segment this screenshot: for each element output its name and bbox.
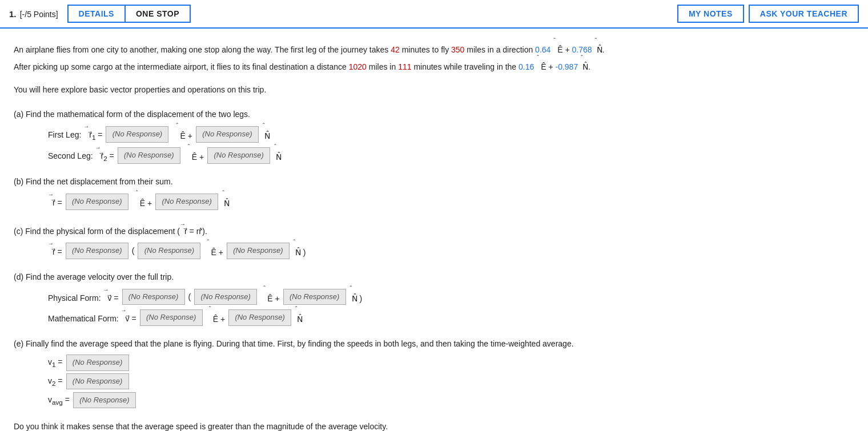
part-a-first-leg-label: First Leg: r⃗1 = <box>48 125 102 144</box>
part-e-section: (e) Finally find the average speed that … <box>14 337 854 409</box>
part-a-r1-north-input[interactable]: (No Response) <box>196 126 259 143</box>
part-b-north-input[interactable]: (No Response) <box>155 194 218 210</box>
q-number: 1. <box>9 9 17 19</box>
part-e-vavg-input[interactable]: (No Response) <box>73 392 136 409</box>
part-a-r1-east-input[interactable]: (No Response) <box>106 126 168 143</box>
part-c-r-label: r⃗ = <box>48 242 62 260</box>
part-d-math-e-hat: Ê + <box>206 308 225 327</box>
details-tab[interactable]: DETAILS <box>67 5 124 23</box>
intro-period-1: . <box>602 45 605 54</box>
main-content: An airplane flies from one city to anoth… <box>0 29 868 431</box>
intro-text-8: miles in <box>367 62 398 71</box>
part-c-r-input[interactable]: (No Response) <box>66 243 128 259</box>
part-a-section: (a) Find the mathematical form of the di… <box>14 108 854 165</box>
part-c-label: (c) Find the physical form of the displa… <box>14 221 854 239</box>
part-a-r1-e-hat: Ê + <box>172 125 192 144</box>
intro-text-2: minutes to fly <box>400 45 451 54</box>
part-e-v2-row: v2 = (No Response) <box>48 373 854 390</box>
part-d-section: (d) Find the average velocity over the f… <box>14 271 854 327</box>
part-e-label: (e) Finally find the average speed that … <box>14 337 854 351</box>
part-d-physical-row: Physical Form: v⃗ = (No Response) ( (No … <box>48 288 854 307</box>
part-d-phys-speed-input[interactable]: (No Response) <box>122 289 185 305</box>
part-c-east-input[interactable]: (No Response) <box>138 243 200 259</box>
part-a-r1-n-hat: N̂ <box>262 125 270 144</box>
intro-text-9: minutes while traveling in the <box>412 62 519 71</box>
intro-text-7: After picking up some cargo at the inter… <box>14 62 349 71</box>
part-e-v1-label: v1 = <box>48 355 63 371</box>
part-b-n-hat: N̂ <box>222 192 230 211</box>
part-d-physical-label: Physical Form: v⃗ = <box>48 288 119 306</box>
explore-paragraph: You will here explore basic vector prope… <box>14 83 854 97</box>
part-d-math-row: Mathematical Form: v⃗ = (No Response) Ê … <box>48 308 854 327</box>
part-b-section: (b) Find the net displacement from their… <box>14 175 854 211</box>
part-c-n-hat: N̂ ) <box>293 241 306 260</box>
part-a-r2-north-input[interactable]: (No Response) <box>207 147 270 164</box>
part-e-vavg-row: vavg = (No Response) <box>48 392 854 409</box>
part-c-section: (c) Find the physical form of the displa… <box>14 221 854 260</box>
intro-period-2: . <box>588 62 590 71</box>
part-a-second-leg-label: Second Leg: r⃗2 = <box>48 146 114 165</box>
part-a-r2-e-hat: Ê + <box>184 146 204 165</box>
part-d-math-east-input[interactable]: (No Response) <box>140 309 203 326</box>
intro-text-1: An airplane flies from one city to anoth… <box>14 45 391 54</box>
part-d-label: (d) Find the average velocity over the f… <box>14 271 854 284</box>
part-e-v1-input[interactable]: (No Response) <box>66 355 129 371</box>
part-e-v2-input[interactable]: (No Response) <box>66 373 129 390</box>
q-points: [-/5 Points] <box>20 10 58 19</box>
intro-text-5: + <box>563 45 572 54</box>
intro-text-3: miles in a direction <box>464 45 535 54</box>
part-a-r2-east-input[interactable]: (No Response) <box>118 147 180 164</box>
value-42: 42 <box>391 45 400 54</box>
part-d-math-north-input[interactable]: (No Response) <box>228 309 291 326</box>
final-text: Do you think it makes sense that the ave… <box>14 422 388 431</box>
my-notes-button[interactable]: MY NOTES <box>677 5 744 23</box>
value-350: 350 <box>451 45 464 54</box>
n-hat-2: N̂ <box>580 57 588 74</box>
one-stop-tab[interactable]: ONE STOP <box>124 5 191 23</box>
part-a-second-leg-row: Second Leg: r⃗2 = (No Response) Ê + (No … <box>48 146 854 165</box>
header-right-buttons: MY NOTES ASK YOUR TEACHER <box>677 5 859 23</box>
part-c-open-paren: ( <box>132 243 135 259</box>
explore-text: You will here explore basic vector prope… <box>14 85 266 94</box>
part-d-math-label: Mathematical Form: v⃗ = <box>48 309 136 327</box>
e-hat-2: Ê <box>536 57 546 74</box>
final-paragraph: Do you think it makes sense that the ave… <box>14 420 854 431</box>
header: 1. [-/5 Points] DETAILS ONE STOP MY NOTE… <box>0 0 868 29</box>
part-c-e-hat: Ê + <box>204 241 223 260</box>
value-064: 0.64 <box>535 45 550 54</box>
part-e-v1-row: v1 = (No Response) <box>48 355 854 371</box>
part-b-e-hat: Ê + <box>132 192 152 211</box>
part-d-math-n-hat: N̂ <box>295 308 303 327</box>
value-neg0987: -0.987 <box>556 62 578 71</box>
question-number: 1. [-/5 Points] <box>9 9 58 19</box>
part-a-first-leg-row: First Leg: r⃗1 = (No Response) Ê + (No R… <box>48 125 854 144</box>
part-d-phys-east-input[interactable]: (No Response) <box>194 289 257 305</box>
part-b-r-label: r⃗ = <box>48 193 62 211</box>
value-0768: 0.768 <box>572 45 592 54</box>
part-d-phys-e-hat: Ê + <box>260 288 279 307</box>
part-e-vavg-label: vavg = <box>48 392 70 409</box>
intro-paragraph: An airplane flies from one city to anoth… <box>14 40 854 74</box>
part-d-phys-n-hat: N̂ ) <box>349 288 363 307</box>
value-111: 111 <box>398 62 411 71</box>
part-b-east-input[interactable]: (No Response) <box>66 194 128 210</box>
part-a-label: (a) Find the mathematical form of the di… <box>14 108 854 122</box>
part-b-label: (b) Find the net displacement from their… <box>14 175 854 189</box>
e-hat-1: Ê <box>553 40 562 57</box>
part-c-north-input[interactable]: (No Response) <box>227 243 290 259</box>
part-d-phys-open: ( <box>188 289 191 305</box>
intro-text-11: + <box>546 62 556 71</box>
value-016: 0.16 <box>519 62 534 71</box>
value-1020: 1020 <box>349 62 367 71</box>
part-c-row: r⃗ = (No Response) ( (No Response) Ê + (… <box>48 241 854 260</box>
part-e-v2-label: v2 = <box>48 373 63 390</box>
part-a-r2-n-hat: N̂ <box>274 146 282 165</box>
part-b-row: r⃗ = (No Response) Ê + (No Response) N̂ <box>48 192 854 211</box>
ask-teacher-button[interactable]: ASK YOUR TEACHER <box>749 5 859 23</box>
n-hat-1: N̂ <box>594 40 602 57</box>
part-d-phys-north-input[interactable]: (No Response) <box>283 289 346 305</box>
